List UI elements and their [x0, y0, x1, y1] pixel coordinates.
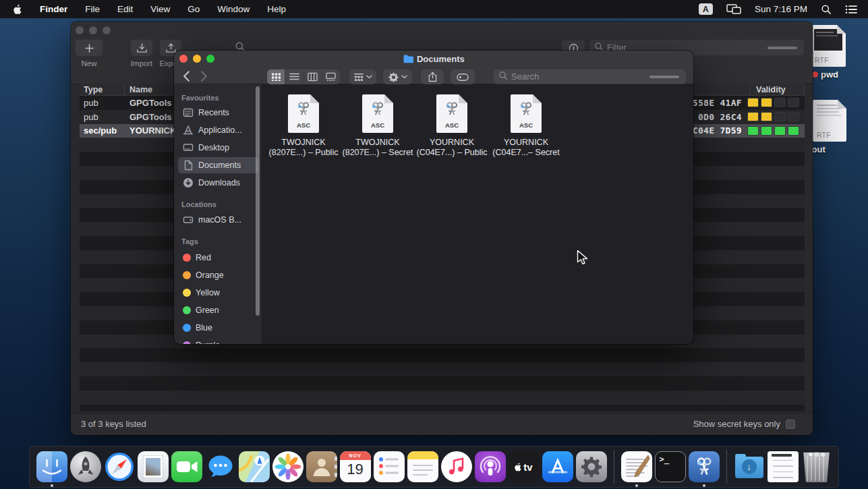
new-key-label: New — [75, 59, 103, 67]
dock-terminal-icon[interactable]: >_ — [655, 451, 686, 482]
recents-icon — [183, 107, 194, 118]
dock-contacts-icon[interactable] — [306, 451, 337, 482]
purple-tag-icon — [183, 341, 191, 344]
dock-music-icon[interactable] — [441, 451, 472, 482]
dock-launchpad-icon[interactable] — [70, 451, 101, 482]
running-indicator — [703, 484, 705, 487]
dock-system-preferences-icon[interactable] — [576, 451, 607, 482]
sidebar-tag-blue[interactable]: Blue — [178, 320, 258, 336]
sidebar-item-documents[interactable]: Documents — [178, 157, 258, 173]
sidebar-item-applications[interactable]: Applicatio... — [178, 122, 258, 138]
rtf-file-icon: RTF — [811, 25, 846, 67]
sidebar-tag-red[interactable]: Red — [178, 250, 258, 266]
dock-downloads-folder-icon[interactable]: ↓ — [734, 451, 765, 482]
dock-document-icon[interactable] — [768, 451, 799, 482]
menu-file[interactable]: File — [85, 4, 100, 14]
chevron-down-icon — [401, 75, 407, 79]
sidebar-item-desktop[interactable]: Desktop — [178, 140, 258, 156]
dock: NOV 19 tv >_ — [29, 446, 839, 488]
sidebar-item-recents[interactable]: Recents — [178, 105, 258, 121]
dock-tv-icon[interactable]: tv — [509, 451, 540, 482]
column-view-button[interactable] — [304, 69, 322, 84]
chevron-down-icon — [366, 75, 372, 79]
terminal-prompt: >_ — [660, 455, 669, 464]
keys-listed-status: 3 of 3 keys listed — [81, 419, 146, 429]
dock-divider — [726, 450, 727, 484]
spotlight-search-icon[interactable] — [821, 4, 832, 15]
calendar-day: 19 — [340, 461, 371, 478]
gpg-status-bar: 3 of 3 keys listed Show secret keys only — [71, 413, 813, 435]
menu-window[interactable]: Window — [217, 4, 250, 14]
menu-go[interactable]: Go — [187, 4, 200, 14]
new-key-button[interactable] — [75, 39, 103, 57]
disk-icon — [183, 214, 194, 225]
dock-textedit-icon[interactable] — [621, 451, 652, 482]
close-button-inactive[interactable] — [76, 26, 84, 34]
validity-cells — [747, 126, 799, 136]
finder-search-field[interactable] — [493, 69, 687, 84]
dock-mail-icon[interactable] — [138, 451, 169, 482]
dock-trash-icon[interactable] — [801, 451, 832, 482]
share-icon — [428, 71, 437, 82]
desktop-icon — [183, 142, 194, 153]
sidebar-tag-yellow[interactable]: Yellow — [178, 285, 258, 301]
applications-icon — [183, 125, 194, 136]
dock-photos-icon[interactable] — [272, 451, 303, 482]
share-button[interactable] — [421, 69, 444, 84]
minimize-button-inactive[interactable] — [89, 26, 97, 34]
show-secret-keys-checkbox[interactable] — [786, 420, 795, 429]
keys-icon — [442, 100, 461, 119]
column-header-type[interactable]: Type — [84, 85, 103, 94]
green-tag-icon — [183, 306, 191, 314]
group-icon — [354, 73, 364, 82]
group-by-button[interactable] — [349, 69, 376, 84]
screen-mirroring-icon[interactable] — [726, 4, 741, 15]
dock-calendar-icon[interactable]: NOV 19 — [340, 451, 371, 482]
dock-maps-icon[interactable] — [239, 451, 270, 482]
running-indicator — [51, 484, 53, 487]
input-source-badge[interactable]: A — [699, 3, 713, 15]
dock-app-store-icon[interactable] — [542, 451, 573, 482]
dock-finder-icon[interactable] — [36, 451, 67, 482]
sidebar-tag-green[interactable]: Green — [178, 302, 258, 318]
orange-tag-icon — [183, 271, 191, 279]
dock-gpg-keychain-icon[interactable] — [689, 451, 720, 482]
column-header-validity[interactable]: Validity — [756, 85, 786, 94]
menu-app-name[interactable]: Finder — [40, 4, 67, 14]
list-view-button[interactable] — [285, 69, 303, 84]
blue-tag-icon — [183, 324, 191, 332]
dock-notes-icon[interactable] — [407, 451, 438, 482]
sidebar-item-macos-disk[interactable]: macOS B... — [178, 212, 258, 228]
sidebar-item-downloads[interactable]: Downloads — [178, 175, 258, 191]
action-menu-button[interactable] — [383, 69, 412, 84]
dock-safari-icon[interactable] — [104, 451, 135, 482]
field-handle — [768, 47, 797, 49]
zoom-button-inactive[interactable] — [103, 26, 111, 34]
column-header-name[interactable]: Name — [129, 85, 152, 94]
tag-button[interactable] — [451, 69, 475, 84]
running-indicator — [635, 484, 638, 487]
sidebar-tag-orange[interactable]: Orange — [178, 267, 258, 283]
red-tag-icon — [183, 254, 191, 262]
back-button[interactable] — [183, 71, 190, 84]
import-button[interactable] — [130, 39, 153, 57]
dock-reminders-icon[interactable] — [374, 451, 405, 482]
documents-icon — [183, 160, 194, 171]
menu-edit[interactable]: Edit — [117, 4, 133, 14]
menu-view[interactable]: View — [150, 4, 170, 14]
finder-window: Documents Favourites — [174, 51, 693, 344]
menu-help[interactable]: Help — [267, 4, 286, 14]
gallery-view-button[interactable] — [322, 69, 340, 84]
apple-logo-icon[interactable] — [13, 4, 22, 15]
dock-messages-icon[interactable] — [205, 451, 236, 482]
tag-icon — [457, 73, 469, 82]
sidebar-tag-purple[interactable]: Purple — [178, 337, 258, 344]
forward-button[interactable] — [201, 71, 207, 84]
sidebar-scrollbar[interactable] — [256, 86, 260, 316]
menu-clock[interactable]: Sun 7:16 PM — [755, 4, 807, 14]
dock-podcasts-icon[interactable] — [475, 451, 506, 482]
dock-facetime-icon[interactable] — [171, 451, 202, 482]
icon-view-button[interactable] — [267, 69, 285, 84]
calendar-month: NOV — [340, 451, 371, 460]
notification-center-icon[interactable] — [845, 5, 857, 14]
